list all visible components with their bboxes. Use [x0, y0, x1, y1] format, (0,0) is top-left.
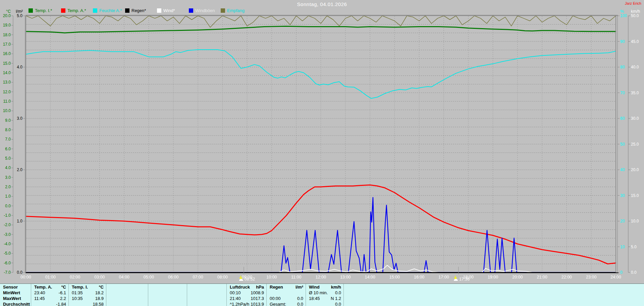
x-axis-tick-label: 02:00 — [70, 275, 80, 279]
stats-value-cell: -6.1 — [31, 290, 66, 296]
stats-header-cell: Durchschnitt — [3, 302, 30, 306]
x-axis-tick-label: 10:00 — [266, 275, 277, 279]
weather-day-chart-screen: Sonntag, 04.01.2026 Jarz Erich 20.019.01… — [0, 0, 644, 306]
x-axis-tick-label: 08:00 — [217, 275, 228, 279]
stats-value-cell: 2.2 — [31, 296, 66, 301]
legend-swatch-temp_i — [29, 8, 33, 13]
stats-value-cell: 0.0 — [267, 302, 303, 306]
stats-column-empty — [148, 284, 187, 306]
y-axis-hum-tick-label: 70 — [620, 91, 625, 95]
stats-value-cell: 1008.9 — [227, 290, 264, 296]
y-axis-wind-tick-label: 45.0 — [631, 39, 639, 44]
x-axis-tick-label: 16:00 — [414, 275, 424, 279]
y-axis-temp-tick-label: 9.0 — [5, 118, 11, 123]
sunset-marker: 17:36 — [454, 267, 470, 282]
stats-header-cell: MinWert — [3, 290, 20, 296]
y-axis-temp-tick-label: 15.0 — [3, 61, 11, 66]
stats-header-cell: l/m² — [267, 285, 303, 290]
y-axis-wind-tick-label: 0.0 — [631, 270, 637, 275]
stats-column-temp-i-: Temp. I.°C01:3518.210:3518.918.58 — [69, 284, 106, 306]
x-axis-tick-label: 01:00 — [45, 275, 56, 279]
stats-header-cell: hPa — [227, 285, 264, 290]
x-axis-tick-label: 00:00 — [20, 275, 31, 279]
x-axis-tick-label: 05:00 — [144, 275, 154, 279]
y-axis-temp-tick-label: 5.0 — [5, 156, 11, 161]
series-windboeen — [26, 198, 616, 272]
y-axis-hum-tick-label: 60 — [620, 116, 625, 121]
y-axis-temp-tick-label: 11.0 — [3, 99, 11, 104]
stats-header-cell: km/h — [306, 285, 341, 290]
y-axis-wind: 50.045.040.035.030.025.020.015.010.05.00… — [628, 9, 640, 275]
stats-value-cell: 1017.3 — [227, 296, 264, 301]
legend-swatch-wind — [157, 8, 161, 13]
legend-label: Regen* — [131, 8, 146, 13]
legend-item-empfang[interactable]: Empfang — [221, 8, 245, 13]
y-axis-rain-tick-label: 3.0 — [17, 116, 22, 121]
y-axis-wind-tick-label: 20.0 — [631, 167, 639, 172]
stats-column-luftdruck: LuftdruckhPa00:101008.921:401017.3^1.2hP… — [227, 284, 267, 306]
x-axis-tick-label: 13:00 — [340, 275, 351, 279]
y-axis-temp-tick-label: 0.0 — [5, 204, 11, 208]
y-axis-temp-tick-label: 1.0 — [5, 194, 11, 199]
stats-value-cell: 1013.9 — [227, 302, 264, 306]
legend-label: Feuchte A.* — [99, 8, 122, 13]
weather-chart-plot: 20.019.018.017.016.015.014.013.012.011.0… — [0, 0, 644, 284]
stats-value-cell: 0.0 — [306, 290, 341, 296]
sensor-stats-table: SensorMinWertMaxWertDurchschnittTemp. A.… — [0, 284, 644, 306]
x-axis-tick-label: 21:00 — [537, 275, 547, 279]
stats-value-cell: 0.0 — [306, 302, 341, 306]
y-axis-rain-tick-label: 2.0 — [17, 167, 22, 172]
y-axis-temp-tick-label: -6.0 — [4, 261, 11, 265]
x-axis-tick-label: 04:00 — [119, 275, 129, 279]
y-axis-wind-tick-label: 40.0 — [631, 65, 639, 69]
x-axis-labels: 00:0001:0002:0003:0004:0005:0006:0007:00… — [20, 275, 621, 279]
legend-label: Windböen — [195, 8, 215, 13]
y-axis-hum-tick-label: 10 — [620, 245, 625, 249]
y-axis-temp-tick-label: -4.0 — [4, 242, 11, 246]
y-axis-temp-tick-label: 17.0 — [3, 42, 11, 47]
legend-swatch-temp_a — [61, 8, 65, 13]
y-axis-hum: 1009080706050403020100% — [618, 9, 627, 275]
stats-value-cell: N 1.2 — [306, 296, 341, 301]
stats-header-cell: °C — [31, 285, 66, 290]
y-axis-temp-tick-label: -3.0 — [4, 232, 11, 237]
legend-item-temp_i[interactable]: Temp. I.* — [29, 8, 52, 13]
legend-label: Temp. A.* — [67, 8, 86, 13]
x-axis-tick-label: 03:00 — [94, 275, 105, 279]
y-axis-temp-tick-label: 16.0 — [3, 51, 11, 56]
legend-label: Temp. I.* — [35, 8, 52, 13]
legend-swatch-feuchte — [93, 8, 97, 13]
stats-column-regen: Regenl/m²00:000.0Gesamt:0.0 — [267, 284, 306, 306]
legend-item-temp_a[interactable]: Temp. A.* — [61, 8, 86, 13]
stats-header-cell: MaxWert — [3, 296, 21, 301]
y-axis-wind-tick-label: 30.0 — [631, 116, 639, 121]
y-axis-temp-tick-label: 19.0 — [3, 23, 11, 28]
legend-item-wind[interactable]: Wind* — [157, 8, 175, 13]
gridlines — [26, 16, 615, 272]
legend-swatch-windboeen — [189, 8, 193, 13]
y-axis-temp: 20.019.018.017.016.015.014.013.012.011.0… — [3, 9, 13, 275]
x-axis-tick-label: 19:00 — [488, 275, 498, 279]
legend-item-regen[interactable]: Regen* — [125, 8, 146, 13]
chart-legend: Temp. I.*Temp. A.*Feuchte A.*Regen*Wind*… — [0, 0, 644, 15]
y-axis-temp-tick-label: -7.0 — [4, 270, 11, 275]
y-axis-temp-tick-label: 18.0 — [3, 33, 11, 37]
y-axis-hum-tick-label: 0 — [620, 270, 623, 275]
sunrise-marker: 08:52 — [239, 267, 255, 282]
sunrise-marker-time-label: 08:52 — [245, 277, 255, 282]
x-axis-tick-label: 12:00 — [316, 275, 326, 279]
y-axis-temp-tick-label: 12.0 — [3, 90, 11, 94]
x-axis-tick-label: 15:00 — [389, 275, 400, 279]
stats-value-cell: 0.0 — [267, 296, 303, 301]
y-axis-temp-tick-label: -1.0 — [4, 213, 11, 218]
y-axis-temp-tick-label: -2.0 — [4, 222, 11, 227]
x-axis-tick-label: 11:00 — [291, 275, 301, 279]
legend-item-windboeen[interactable]: Windböen — [189, 8, 215, 13]
legend-item-feuchte[interactable]: Feuchte A.* — [93, 8, 122, 13]
stats-value-cell: -1.84 — [31, 302, 66, 306]
x-axis-tick-label: 06:00 — [168, 275, 178, 279]
y-axis-hum-tick-label: 40 — [620, 167, 625, 172]
y-axis-temp-tick-label: -5.0 — [4, 251, 11, 256]
stats-column-temp-a-: Temp. A.°C23:40-6.111:452.2-1.84 — [31, 284, 69, 306]
legend-label: Empfang — [227, 8, 245, 13]
